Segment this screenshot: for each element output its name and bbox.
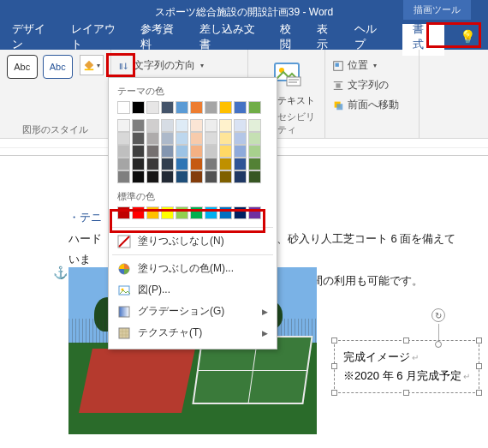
color-swatch[interactable] (132, 206, 145, 219)
tab-view[interactable]: 表示 (317, 21, 338, 52)
color-swatch[interactable] (219, 119, 232, 132)
color-swatch[interactable] (248, 101, 261, 114)
text-direction-button[interactable]: Ⅱ 文字列の方向▾ (118, 58, 241, 73)
color-swatch[interactable] (146, 158, 159, 170)
color-swatch[interactable] (161, 101, 174, 114)
more-fill-colors-item[interactable]: 塗りつぶしの色(M)... (109, 258, 277, 279)
color-swatch[interactable] (205, 101, 217, 114)
color-swatch[interactable] (117, 119, 130, 132)
resize-handle[interactable] (403, 390, 409, 396)
shape-style-sample[interactable]: Abc (7, 55, 38, 79)
bring-forward-button[interactable]: 前面へ移動 (332, 98, 412, 112)
no-fill-item[interactable]: 塗りつぶしなし(N) (109, 230, 277, 252)
color-swatch[interactable] (205, 132, 217, 145)
color-swatch[interactable] (234, 132, 247, 145)
color-swatch[interactable] (176, 206, 188, 219)
position-button[interactable]: 位置▾ (332, 58, 412, 73)
color-swatch[interactable] (161, 158, 174, 170)
tab-review[interactable]: 校閲 (280, 21, 301, 52)
color-swatch[interactable] (132, 119, 145, 132)
color-swatch[interactable] (248, 170, 261, 183)
rotate-handle-icon[interactable]: ↻ (431, 308, 445, 322)
color-swatch[interactable] (190, 101, 203, 114)
color-swatch[interactable] (190, 158, 203, 170)
color-swatch[interactable] (205, 170, 217, 183)
color-swatch[interactable] (248, 132, 261, 145)
color-swatch[interactable] (190, 132, 203, 145)
tell-me-icon[interactable]: 💡 (460, 29, 476, 45)
color-swatch[interactable] (234, 101, 247, 114)
color-swatch[interactable] (132, 145, 145, 158)
color-swatch[interactable] (146, 170, 159, 183)
tab-layout[interactable]: レイアウト (71, 21, 125, 52)
color-swatch[interactable] (205, 206, 217, 219)
color-swatch[interactable] (205, 158, 217, 170)
color-swatch[interactable] (117, 145, 130, 158)
color-swatch[interactable] (161, 206, 174, 219)
color-swatch[interactable] (161, 170, 174, 183)
color-swatch[interactable] (176, 101, 188, 114)
color-swatch[interactable] (190, 170, 203, 183)
resize-handle[interactable] (403, 337, 409, 343)
color-swatch[interactable] (234, 158, 247, 170)
color-swatch[interactable] (146, 101, 159, 114)
color-swatch[interactable] (161, 145, 174, 158)
color-swatch[interactable] (219, 158, 232, 170)
color-swatch[interactable] (219, 145, 232, 158)
color-swatch[interactable] (234, 206, 247, 219)
color-swatch[interactable] (190, 119, 203, 132)
color-swatch[interactable] (117, 132, 130, 145)
color-swatch[interactable] (205, 119, 217, 132)
wrap-text-button[interactable]: 文字列の (332, 78, 412, 93)
color-swatch[interactable] (132, 132, 145, 145)
color-swatch[interactable] (132, 101, 145, 114)
picture-fill-item[interactable]: 図(P)... (109, 279, 277, 301)
color-swatch[interactable] (161, 119, 174, 132)
color-swatch[interactable] (176, 145, 188, 158)
resize-handle[interactable] (331, 337, 337, 343)
color-swatch[interactable] (219, 132, 232, 145)
tab-design[interactable]: デザイン (12, 21, 56, 52)
color-swatch[interactable] (176, 158, 188, 170)
texture-fill-item[interactable]: テクスチャ(T) ▶ (109, 322, 277, 343)
resize-handle[interactable] (476, 337, 482, 343)
color-swatch[interactable] (117, 206, 130, 219)
color-swatch[interactable] (248, 119, 261, 132)
shape-fill-button[interactable]: ▾ (80, 55, 104, 75)
color-swatch[interactable] (234, 170, 247, 183)
color-swatch[interactable] (176, 119, 188, 132)
color-swatch[interactable] (146, 119, 159, 132)
tab-references[interactable]: 参考資料 (140, 21, 184, 52)
color-swatch[interactable] (176, 132, 188, 145)
color-swatch[interactable] (248, 145, 261, 158)
tab-mailings[interactable]: 差し込み文書 (199, 21, 265, 52)
color-swatch[interactable] (219, 206, 232, 219)
color-swatch[interactable] (190, 206, 203, 219)
color-swatch[interactable] (132, 158, 145, 170)
color-swatch[interactable] (146, 206, 159, 219)
shape-style-sample[interactable]: Abc (43, 55, 74, 79)
color-swatch[interactable] (161, 132, 174, 145)
color-swatch[interactable] (117, 170, 130, 183)
color-swatch[interactable] (234, 145, 247, 158)
color-swatch[interactable] (146, 132, 159, 145)
color-swatch[interactable] (248, 158, 261, 170)
resize-handle[interactable] (331, 363, 337, 369)
resize-handle[interactable] (476, 363, 482, 369)
callout-textbox[interactable]: 完成イメージ ※2020 年 6 月完成予定 (334, 340, 479, 393)
gradient-fill-item[interactable]: グラデーション(G) ▶ (109, 301, 277, 322)
resize-handle[interactable] (476, 390, 482, 396)
color-swatch[interactable] (117, 158, 130, 170)
color-swatch[interactable] (205, 145, 217, 158)
color-swatch[interactable] (219, 170, 232, 183)
resize-handle[interactable] (331, 390, 337, 396)
color-swatch[interactable] (132, 170, 145, 183)
color-swatch[interactable] (146, 145, 159, 158)
color-swatch[interactable] (248, 206, 261, 219)
color-swatch[interactable] (234, 119, 247, 132)
color-swatch[interactable] (190, 145, 203, 158)
color-swatch[interactable] (176, 170, 188, 183)
color-swatch[interactable] (117, 101, 130, 114)
color-swatch[interactable] (219, 101, 232, 114)
tab-help[interactable]: ヘルプ (354, 21, 387, 52)
